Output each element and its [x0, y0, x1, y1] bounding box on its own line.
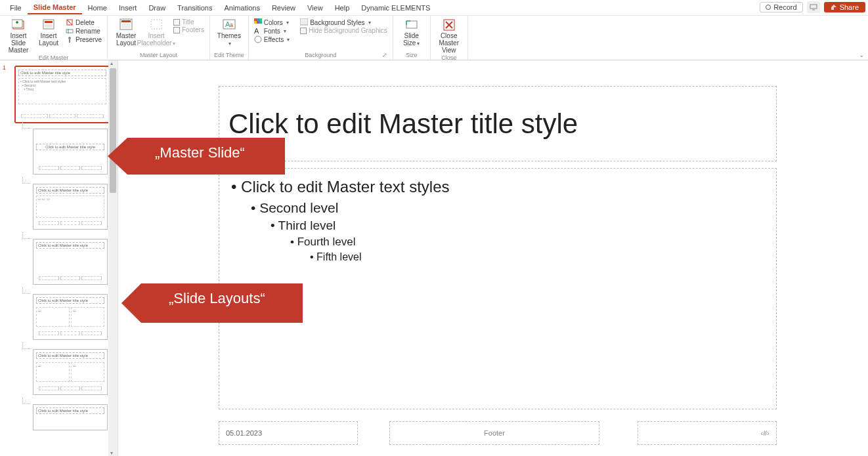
thumbnail-layout-3[interactable]: Click to edit Master title style — [33, 239, 108, 285]
slide-editor: Click to edit Master title style • Click… — [118, 60, 868, 456]
bg-styles-icon — [300, 18, 308, 26]
svg-rect-12 — [69, 39, 70, 43]
scrollbar-thumb[interactable] — [110, 68, 116, 193]
thumb-body: • Click to edit Master text styles • Sec… — [18, 78, 106, 104]
svg-rect-0 — [810, 5, 817, 9]
svg-rect-6 — [45, 24, 53, 28]
svg-rect-16 — [151, 20, 162, 29]
colors-icon — [254, 18, 262, 26]
svg-rect-14 — [121, 20, 131, 22]
record-label: Record — [773, 3, 796, 11]
thumbnail-layout-2[interactable]: Click to edit Master title style▭ ▭ ▭ — [33, 184, 108, 230]
slide-master-icon — [12, 18, 25, 31]
hide-bg-checkbox[interactable]: Hide Background Graphics — [299, 27, 389, 34]
thumbnail-panel: 1 Click to edit Master title style • Cli… — [0, 60, 118, 456]
background-styles-button[interactable]: Background Styles▾ — [299, 18, 389, 26]
callout-slide-layouts: „Slide Layouts“ — [141, 283, 303, 323]
tab-review[interactable]: Review — [266, 2, 301, 14]
slide-size-button[interactable]: Slide Size▾ — [397, 17, 426, 47]
thumbnail-layout-1[interactable]: Click to edit Master title style — [33, 129, 108, 175]
body-level-3: • Third level — [271, 218, 764, 233]
fonts-icon: A — [254, 27, 262, 35]
svg-rect-24 — [257, 21, 259, 24]
master-layout-button[interactable]: Master Layout — [112, 17, 141, 47]
close-icon — [443, 18, 456, 31]
thumbnail-master-slide[interactable]: Click to edit Master title style • Click… — [14, 66, 110, 123]
record-button[interactable]: Record — [760, 2, 802, 12]
tab-draw[interactable]: Draw — [142, 2, 171, 14]
rename-button[interactable]: Rename — [64, 27, 103, 35]
tab-dynamic-elements[interactable]: Dynamic ELEMENTS — [355, 2, 436, 14]
themes-button[interactable]: Aa Themes▾ — [215, 17, 244, 47]
body-level-4: • Fourth level — [290, 236, 764, 249]
slide-canvas[interactable]: Click to edit Master title style • Click… — [178, 70, 808, 450]
close-master-view-button[interactable]: Close Master View — [435, 17, 464, 54]
svg-rect-25 — [259, 21, 262, 24]
title-placeholder[interactable]: Click to edit Master title style — [219, 86, 777, 161]
themes-icon: Aa — [223, 18, 236, 31]
body-level-1: • Click to edit Master text styles — [231, 178, 764, 196]
svg-rect-29 — [406, 21, 417, 28]
title-checkbox[interactable]: Title — [172, 18, 206, 26]
svg-point-27 — [255, 36, 261, 43]
insert-slide-master-button[interactable]: Insert Slide Master — [4, 17, 33, 54]
title-text: Click to edit Master title style — [228, 108, 578, 140]
insert-layout-icon — [42, 18, 55, 31]
thumbnail-scrollbar[interactable]: ▴ ▾ — [108, 60, 118, 456]
scroll-up-icon[interactable]: ▴ — [110, 60, 113, 66]
delete-icon — [66, 18, 74, 26]
scroll-down-icon[interactable]: ▾ — [110, 450, 113, 456]
delete-button[interactable]: Delete — [64, 18, 103, 26]
svg-rect-28 — [300, 18, 308, 25]
collapse-ribbon-button[interactable]: ⌄ — [859, 51, 864, 58]
master-layout-icon — [119, 18, 133, 31]
presenter-icon — [810, 4, 817, 10]
thumbnail-layout-5[interactable]: Click to edit Master title style▭▭ — [33, 349, 108, 395]
ribbon-group-edit-theme: Aa Themes▾ Edit Theme — [210, 16, 249, 60]
preserve-button[interactable]: Preserve — [64, 35, 103, 43]
tab-file[interactable]: File — [4, 2, 28, 14]
tab-animations[interactable]: Animations — [218, 2, 265, 14]
svg-line-8 — [67, 20, 72, 25]
insert-placeholder-button[interactable]: Insert Placeholder▾ — [142, 17, 171, 47]
ribbon-group-edit-master: Insert Slide Master Insert Layout Delete… — [0, 16, 108, 60]
thumbnail-layout-4[interactable]: Click to edit Master title style▭▭ — [33, 294, 108, 340]
footers-checkbox[interactable]: Footers — [172, 26, 206, 33]
ribbon-group-size: Slide Size▾ Size — [393, 16, 431, 60]
rename-icon — [66, 27, 74, 35]
tab-slide-master[interactable]: Slide Master — [28, 1, 82, 14]
footer-placeholder[interactable]: Footer — [389, 421, 599, 445]
svg-text:a: a — [230, 22, 233, 28]
tab-transitions[interactable]: Transitions — [171, 2, 218, 14]
master-number-label: 1 — [3, 64, 6, 71]
share-button[interactable]: Share — [824, 2, 865, 12]
svg-rect-20 — [254, 18, 257, 21]
tab-insert[interactable]: Insert — [113, 2, 143, 14]
tab-view[interactable]: View — [301, 2, 329, 14]
menu-bar: File Slide Master Home Insert Draw Trans… — [0, 0, 868, 16]
thumbnail-layout-6[interactable]: Click to edit Master title style — [33, 404, 108, 430]
workspace: 1 Click to edit Master title style • Cli… — [0, 60, 868, 456]
svg-rect-15 — [121, 24, 131, 28]
body-level-2: • Second level — [251, 200, 764, 216]
date-placeholder[interactable]: 05.01.2023 — [219, 421, 358, 445]
thumb-title: Click to edit Master title style — [18, 70, 106, 76]
svg-rect-21 — [257, 18, 259, 21]
ribbon-group-master-layout: Master Layout Insert Placeholder▾ Title … — [108, 16, 210, 60]
present-mode-button[interactable] — [807, 1, 820, 13]
colors-button[interactable]: Colors▾ — [253, 18, 291, 26]
preserve-icon — [66, 35, 74, 43]
background-dialog-launcher[interactable]: ⤢ — [382, 52, 387, 58]
tab-home[interactable]: Home — [82, 2, 113, 14]
insert-layout-button[interactable]: Insert Layout — [34, 17, 63, 47]
body-level-5: • Fifth level — [310, 251, 764, 263]
effects-button[interactable]: Effects▾ — [253, 35, 291, 43]
ribbon-group-close: Close Master View Close — [431, 16, 468, 60]
tab-help[interactable]: Help — [329, 2, 356, 14]
share-label: Share — [840, 3, 859, 11]
share-icon — [831, 4, 837, 10]
page-number-placeholder[interactable]: ‹#› — [638, 421, 777, 445]
fonts-button[interactable]: AFonts▾ — [253, 27, 291, 35]
svg-text:A: A — [254, 27, 259, 35]
slide-size-icon — [405, 18, 418, 31]
